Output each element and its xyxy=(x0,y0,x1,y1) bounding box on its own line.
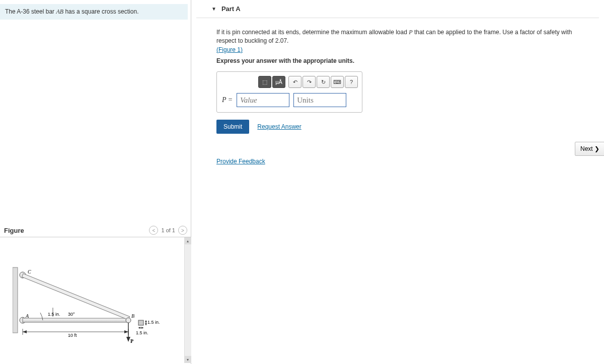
label-span: 10 ft xyxy=(68,333,77,338)
figure-header: Figure < 1 of 1 > xyxy=(0,224,191,237)
svg-marker-25 xyxy=(124,330,128,333)
units-symbol-button[interactable]: μÅ xyxy=(272,76,285,88)
svg-marker-31 xyxy=(145,320,147,322)
svg-rect-0 xyxy=(13,267,18,333)
figure-prev-button[interactable]: < xyxy=(149,226,158,235)
part-content: If it is pin connected at its ends, dete… xyxy=(196,18,599,175)
svg-rect-15 xyxy=(23,318,128,322)
next-button[interactable]: Next ❯ xyxy=(575,142,604,156)
svg-point-17 xyxy=(126,318,131,323)
svg-marker-32 xyxy=(145,323,147,325)
figure-scroll-down[interactable]: ▾ xyxy=(184,356,191,363)
problem-var: AB xyxy=(56,8,63,15)
svg-marker-19 xyxy=(126,337,130,342)
figure-scrollbar[interactable] xyxy=(184,237,191,363)
value-input[interactable] xyxy=(237,93,289,107)
svg-marker-24 xyxy=(23,330,27,333)
prompt-var: P xyxy=(409,29,412,36)
right-panel: ▼ Part A If it is pin connected at its e… xyxy=(191,0,604,364)
label-P: P xyxy=(130,338,133,344)
reset-button[interactable]: ↻ xyxy=(317,76,330,88)
figure-body: ▴ ▾ C A xyxy=(0,237,191,363)
svg-marker-28 xyxy=(138,327,140,329)
part-title: Part A xyxy=(221,5,241,13)
undo-button[interactable]: ↶ xyxy=(288,76,301,88)
redo-button[interactable]: ↷ xyxy=(303,76,316,88)
answer-variable-label: P = xyxy=(222,96,233,104)
label-angle: 30° xyxy=(68,312,75,317)
svg-rect-16 xyxy=(22,274,130,320)
figure-section: Figure < 1 of 1 > ▴ ▾ C xyxy=(0,224,191,363)
figure-next-button[interactable]: > xyxy=(178,226,187,235)
collapse-caret-icon: ▼ xyxy=(211,6,216,12)
label-dim-bar: 1.5 in. xyxy=(48,312,60,317)
figure-title: Figure xyxy=(4,227,24,234)
figure-page-label: 1 of 1 xyxy=(161,227,175,233)
units-input[interactable] xyxy=(293,93,346,107)
answer-toolbar: ⬚ μÅ ↶ ↷ ↻ ⌨ ? xyxy=(217,72,362,93)
problem-statement: The A-36 steel bar AB has a square cross… xyxy=(0,4,188,20)
label-cs1: 1.5 in. xyxy=(147,320,160,325)
figure-diagram: C A B P xyxy=(13,252,164,353)
templates-button[interactable]: ⬚ xyxy=(258,76,271,88)
label-A: A xyxy=(25,313,29,319)
answer-box: ⬚ μÅ ↶ ↷ ↻ ⌨ ? P = xyxy=(216,71,362,113)
label-cs2: 1.5 in. xyxy=(136,330,148,335)
help-button[interactable]: ? xyxy=(345,76,358,88)
prompt-before: If it is pin connected at its ends, dete… xyxy=(216,29,409,36)
label-C: C xyxy=(28,269,31,275)
feedback-row: Provide Feedback xyxy=(216,158,579,165)
answer-row: P = xyxy=(217,93,362,107)
figure-scroll-up[interactable]: ▴ xyxy=(184,237,191,244)
submit-button[interactable]: Submit xyxy=(216,120,249,134)
svg-marker-29 xyxy=(141,327,143,329)
provide-feedback-link[interactable]: Provide Feedback xyxy=(216,158,265,165)
problem-text-before: The A-36 steel bar xyxy=(5,8,56,15)
answer-instruction: Express your answer with the appropriate… xyxy=(216,57,579,64)
figure-link[interactable]: (Figure 1) xyxy=(216,46,243,53)
keyboard-button[interactable]: ⌨ xyxy=(331,76,344,88)
problem-text-after: has a square cross section. xyxy=(63,8,138,15)
left-panel: The A-36 steel bar AB has a square cross… xyxy=(0,0,191,364)
figure-nav: < 1 of 1 > xyxy=(149,226,187,235)
part-prompt: If it is pin connected at its ends, dete… xyxy=(216,28,579,54)
label-B: B xyxy=(131,313,134,319)
part-header[interactable]: ▼ Part A xyxy=(196,0,599,18)
svg-rect-26 xyxy=(138,320,143,325)
submit-row: Submit Request Answer xyxy=(216,120,579,134)
request-answer-link[interactable]: Request Answer xyxy=(257,123,301,130)
